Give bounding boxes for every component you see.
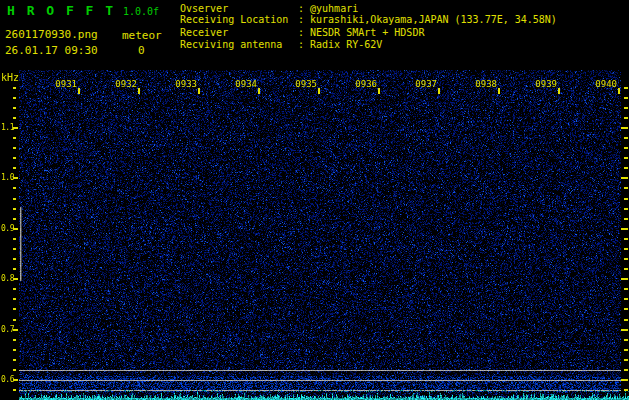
freq-minor-tick-left <box>13 107 16 109</box>
info-label: Ovserver <box>180 3 298 14</box>
freq-minor-tick-left <box>13 319 16 321</box>
freq-major-tick-left <box>13 127 18 129</box>
app-version: 1.0.0f <box>123 6 159 17</box>
freq-minor-tick-right <box>624 117 628 119</box>
freq-minor-tick-right <box>624 349 628 351</box>
freq-minor-tick-left <box>13 258 16 260</box>
time-tick-mark <box>498 88 500 94</box>
time-tick-label: 0936 <box>353 79 377 89</box>
freq-minor-tick-right <box>624 198 628 200</box>
spectrogram-canvas <box>19 70 629 400</box>
freq-minor-tick-left <box>13 248 16 250</box>
freq-major-tick-left <box>13 329 18 331</box>
time-tick-label: 0939 <box>533 79 557 89</box>
freq-minor-tick-left <box>13 198 16 200</box>
info-colon: : <box>298 14 304 25</box>
freq-tick-label: 0.8 <box>0 274 14 283</box>
info-value: @yuhmari <box>310 3 358 14</box>
freq-major-tick-right <box>621 127 628 129</box>
freq-major-tick-right <box>621 228 628 230</box>
time-tick-label: 0931 <box>53 79 77 89</box>
freq-major-tick-right <box>621 379 628 381</box>
info-label: Receiver <box>180 27 298 38</box>
meteor-counter-value: 0 <box>138 44 145 57</box>
freq-minor-tick-left <box>13 349 16 351</box>
info-value: NESDR SMArt + HDSDR <box>310 27 424 38</box>
time-tick-mark <box>378 88 380 94</box>
freq-major-tick-left <box>13 379 18 381</box>
info-colon: : <box>298 27 304 38</box>
freq-minor-tick-left <box>13 157 16 159</box>
time-tick-label: 0940 <box>593 79 617 89</box>
time-tick-mark <box>138 88 140 94</box>
freq-minor-tick-right <box>624 248 628 250</box>
freq-major-tick-right <box>621 329 628 331</box>
time-tick-label: 0933 <box>173 79 197 89</box>
observer-info-block: Ovserver:@yuhmari Receiving Location:kur… <box>180 0 629 60</box>
freq-minor-tick-left <box>13 218 16 220</box>
time-tick-mark <box>198 88 200 94</box>
time-tick-label: 0937 <box>413 79 437 89</box>
freq-minor-tick-left <box>13 369 16 371</box>
freq-minor-tick-left <box>13 117 16 119</box>
freq-minor-tick-right <box>624 137 628 139</box>
freq-minor-tick-right <box>624 157 628 159</box>
info-row-observer: Ovserver:@yuhmari <box>180 3 358 14</box>
freq-minor-tick-right <box>624 167 628 169</box>
time-tick-label: 0932 <box>113 79 137 89</box>
freq-tick-label: 0.6 <box>0 375 14 384</box>
freq-minor-tick-left <box>13 187 16 189</box>
meteor-counter-label: meteor <box>122 29 162 42</box>
freq-major-tick-left <box>13 177 18 179</box>
freq-minor-tick-right <box>624 339 628 341</box>
time-tick-mark <box>558 88 560 94</box>
freq-minor-tick-left <box>13 167 16 169</box>
freq-minor-tick-right <box>624 97 628 99</box>
freq-minor-tick-right <box>624 187 628 189</box>
freq-tick-label: 0.7 <box>0 325 14 334</box>
freq-major-tick-right <box>621 278 628 280</box>
info-value: Radix RY-62V <box>310 39 382 50</box>
freq-minor-tick-left <box>13 389 16 391</box>
info-colon: : <box>298 3 304 14</box>
time-tick-mark <box>258 88 260 94</box>
freq-tick-label: 1.1 <box>0 123 14 132</box>
app-title: H R O F F T <box>7 3 115 18</box>
capture-datetime: 26.01.17 09:30 <box>5 44 98 57</box>
freq-minor-tick-left <box>13 298 16 300</box>
freq-minor-tick-left <box>13 268 16 270</box>
freq-tick-label: 1.0 <box>0 173 14 182</box>
freq-minor-tick-right <box>624 258 628 260</box>
info-label: Recviving antenna <box>180 39 298 50</box>
info-row-receiver: Receiver:NESDR SMArt + HDSDR <box>180 27 424 38</box>
output-filename: 2601170930.png <box>5 28 98 41</box>
time-tick-mark <box>78 88 80 94</box>
freq-minor-tick-left <box>13 339 16 341</box>
hrofft-output-window: { "window": {"width": 629, "height": 400… <box>0 0 629 400</box>
freq-tick-label: 0.9 <box>0 224 14 233</box>
freq-minor-tick-left <box>13 87 16 89</box>
freq-minor-tick-left <box>13 288 16 290</box>
freq-major-tick-right <box>621 177 628 179</box>
info-row-location: Receiving Location:kurashiki,Okayama,JAP… <box>180 14 557 25</box>
freq-major-tick-left <box>13 278 18 280</box>
freq-minor-tick-right <box>624 218 628 220</box>
freq-major-tick-left <box>13 228 18 230</box>
freq-minor-tick-right <box>624 389 628 391</box>
frequency-unit-label: kHz <box>1 72 19 83</box>
freq-minor-tick-right <box>624 87 628 89</box>
freq-minor-tick-right <box>624 319 628 321</box>
freq-minor-tick-right <box>624 359 628 361</box>
time-tick-mark <box>438 88 440 94</box>
freq-minor-tick-left <box>13 208 16 210</box>
time-tick-label: 0938 <box>473 79 497 89</box>
freq-minor-tick-left <box>13 97 16 99</box>
freq-minor-tick-right <box>624 288 628 290</box>
info-value: kurashiki,Okayama,JAPAN (133.77E, 34.58N… <box>310 14 557 25</box>
freq-minor-tick-left <box>13 238 16 240</box>
freq-minor-tick-right <box>624 308 628 310</box>
freq-minor-tick-left <box>13 359 16 361</box>
freq-minor-tick-left <box>13 147 16 149</box>
time-tick-mark <box>618 88 620 94</box>
freq-minor-tick-right <box>624 238 628 240</box>
